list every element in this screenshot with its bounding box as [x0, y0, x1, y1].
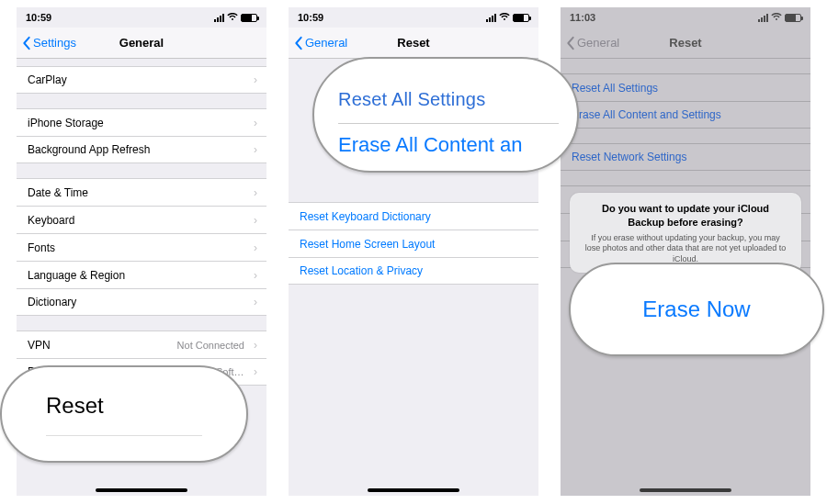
chevron-right-icon: ›: [254, 186, 257, 199]
home-indicator: [640, 488, 731, 492]
wifi-icon: [771, 12, 782, 23]
profile-subtitle: iOS 13 & iPadOS 13 Beta Software Pr...: [97, 366, 244, 377]
home-indicator: [368, 488, 459, 492]
battery-icon: [513, 14, 529, 22]
row-date-time[interactable]: Date & Time›: [17, 178, 266, 206]
row-fonts[interactable]: Fonts›: [17, 233, 266, 261]
row-reset-location-privacy[interactable]: Reset Location & Privacy: [289, 257, 538, 285]
chevron-right-icon: ›: [254, 296, 257, 308]
nav-bar: Settings General: [17, 28, 266, 59]
row-vpn[interactable]: VPNNot Connected›: [17, 330, 266, 358]
chevron-right-icon: ›: [254, 241, 257, 254]
cellular-icon: [758, 14, 768, 22]
screenshot-reset-list: 10:59 General Reset Reset Keyboard Dicti…: [289, 7, 538, 496]
vpn-status: Not Connected: [177, 340, 244, 351]
row-reset-all-settings[interactable]: Reset All Settings: [561, 73, 810, 101]
chevron-right-icon: ›: [254, 143, 257, 156]
row-carplay[interactable]: CarPlay›: [17, 66, 266, 94]
screenshot-erase-prompt: 11:03 General Reset Reset All Settings E…: [561, 7, 810, 496]
back-label: Settings: [33, 36, 76, 50]
row-language-region[interactable]: Language & Region›: [17, 261, 266, 288]
battery-icon: [785, 14, 801, 22]
back-button[interactable]: Settings: [22, 28, 76, 58]
chevron-right-icon: ›: [254, 339, 257, 352]
row-dictionary[interactable]: Dictionary›: [17, 288, 266, 316]
battery-icon: [241, 14, 257, 22]
status-bar: 10:59: [17, 7, 266, 28]
chevron-right-icon: ›: [254, 73, 257, 86]
chevron-right-icon: ›: [254, 365, 257, 378]
icloud-backup-alert: Do you want to update your iCloud Backup…: [570, 193, 801, 273]
cellular-icon: [214, 14, 224, 22]
back-label: General: [305, 36, 347, 50]
row-reset-network-settings[interactable]: Reset Network Settings: [561, 143, 810, 171]
screenshot-general-settings: 10:59 Settings General CarPlay› iPhone S…: [17, 7, 266, 496]
row-profile[interactable]: ProfileiOS 13 & iPadOS 13 Beta Software …: [17, 358, 266, 386]
nav-bar: General Reset: [561, 28, 810, 59]
wifi-icon: [227, 12, 238, 23]
wifi-icon: [499, 12, 510, 23]
row-keyboard[interactable]: Keyboard›: [17, 206, 266, 233]
status-bar: 11:03: [561, 7, 810, 28]
status-time: 10:59: [26, 12, 51, 23]
nav-title: Reset: [397, 36, 429, 50]
row-reset-keyboard-dictionary[interactable]: Reset Keyboard Dictionary: [289, 202, 538, 230]
status-bar: 10:59: [289, 7, 538, 28]
row-iphone-storage[interactable]: iPhone Storage›: [17, 108, 266, 136]
alert-message: If you erase without updating your backu…: [583, 233, 788, 265]
nav-title: Reset: [669, 36, 701, 50]
status-time: 11:03: [570, 12, 595, 23]
home-indicator: [96, 488, 187, 492]
nav-title: General: [119, 36, 164, 50]
nav-bar: General Reset: [289, 28, 538, 59]
chevron-right-icon: ›: [254, 117, 257, 129]
row-bg-app-refresh[interactable]: Background App Refresh›: [17, 136, 266, 163]
chevron-right-icon: ›: [254, 214, 257, 227]
back-button[interactable]: General: [294, 28, 347, 58]
back-button[interactable]: General: [566, 28, 619, 58]
chevron-right-icon: ›: [254, 269, 257, 282]
row-reset-home-screen-layout[interactable]: Reset Home Screen Layout: [289, 230, 538, 257]
back-label: General: [577, 36, 619, 50]
alert-title: Do you want to update your iCloud Backup…: [583, 202, 788, 230]
row-erase-all-content[interactable]: Erase All Content and Settings: [561, 101, 810, 129]
cellular-icon: [486, 14, 496, 22]
status-time: 10:59: [298, 12, 323, 23]
